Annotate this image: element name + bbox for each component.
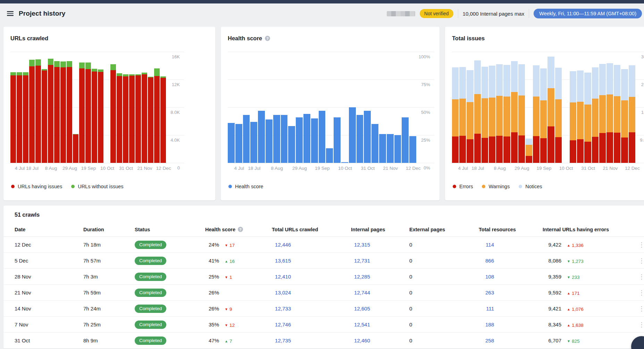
row-actions-kebab-icon[interactable]: ⋮ bbox=[638, 306, 644, 311]
x-axis-tick-label: 12 Dec bbox=[402, 166, 424, 171]
crawl-metric-link[interactable]: 866 bbox=[479, 258, 494, 264]
bar bbox=[357, 115, 363, 163]
crawl-metric-link[interactable]: 188 bbox=[479, 322, 494, 327]
crawl-metric-link[interactable]: 12,315 bbox=[351, 242, 370, 248]
crawl-metric-link[interactable]: 258 bbox=[479, 338, 494, 343]
total-resources-cell: 188 bbox=[479, 322, 543, 327]
row-actions-kebab-icon[interactable]: ⋮ bbox=[638, 274, 644, 279]
column-header-label: Health score bbox=[205, 227, 235, 232]
crawl-metric-link[interactable]: 12,731 bbox=[351, 258, 370, 264]
crawl-status: Completed bbox=[135, 289, 205, 297]
crawl-metric-link[interactable]: 12,744 bbox=[351, 290, 370, 296]
row-actions-kebab-icon[interactable]: ⋮ bbox=[638, 290, 644, 295]
bar bbox=[334, 117, 341, 163]
errors-count-value: 9,421 bbox=[543, 306, 561, 311]
change-indicator: ▲171 bbox=[567, 291, 579, 296]
health-score-legend: Health score bbox=[228, 184, 263, 189]
health-score-title: Health score bbox=[228, 35, 262, 42]
bar bbox=[387, 134, 394, 163]
row-actions-kebab-icon[interactable]: ⋮ bbox=[638, 322, 644, 327]
crawl-status: Completed bbox=[135, 336, 205, 345]
bar bbox=[607, 63, 613, 163]
crawl-metric-link[interactable]: 114 bbox=[479, 242, 494, 248]
bar bbox=[614, 65, 620, 163]
column-header-label: External pages bbox=[409, 227, 445, 232]
crawl-status: Completed bbox=[135, 321, 205, 329]
urls-errors-cell: 9,422▲1,336 bbox=[543, 242, 628, 248]
legend-item: Health score bbox=[228, 184, 263, 189]
crawl-date: 28 Nov bbox=[15, 274, 83, 280]
internal-pages-cell: 12,731 bbox=[351, 258, 409, 264]
crawl-metric-link[interactable]: 12,605 bbox=[351, 306, 370, 311]
hamburger-menu-icon[interactable] bbox=[7, 11, 14, 16]
bar bbox=[592, 67, 599, 163]
external-pages-cell: 0 bbox=[409, 274, 479, 280]
column-header-label: Duration bbox=[83, 227, 104, 232]
crawl-metric-link[interactable]: 12,735 bbox=[272, 338, 291, 343]
bar bbox=[540, 68, 547, 163]
bar bbox=[394, 135, 401, 163]
crawl-metric-link[interactable]: 108 bbox=[479, 274, 494, 280]
crawl-schedule-button[interactable]: Weekly, Fri, 11:00—11:59 AM (GMT+08:00) bbox=[534, 9, 642, 18]
legend-item: Errors bbox=[453, 184, 473, 189]
health-score-chart: 100%75%50%25%0%4 Jul18 Jul8 Aug29 Aug19 … bbox=[228, 52, 433, 163]
x-axis-tick-label: 8 Aug bbox=[489, 166, 511, 171]
status-badge: Completed bbox=[135, 273, 166, 281]
triangle-down-icon: ▼ bbox=[225, 307, 228, 311]
legend-item: URLs having issues bbox=[11, 184, 62, 189]
change-indicator: ▼1 bbox=[225, 275, 232, 280]
help-icon[interactable]: ? bbox=[238, 227, 243, 232]
crawl-metric-link[interactable]: 13,615 bbox=[272, 258, 291, 264]
crawl-status: Completed bbox=[135, 257, 205, 265]
crawl-metric-link[interactable]: 12,460 bbox=[351, 338, 370, 343]
legend-item: URLs without issues bbox=[71, 184, 123, 189]
internal-pages-cell: 12,460 bbox=[351, 338, 409, 343]
crawl-metric-link[interactable]: 263 bbox=[479, 290, 494, 296]
change-indicator: ▲1,638 bbox=[567, 323, 584, 328]
column-header-duration: Duration bbox=[83, 227, 135, 232]
change-indicator: ▲1,336 bbox=[567, 243, 584, 248]
y-axis-tick-label: 75% bbox=[407, 82, 430, 87]
urls-errors-cell: 9,592▲171 bbox=[543, 290, 628, 296]
row-actions-kebab-icon[interactable]: ⋮ bbox=[638, 258, 644, 263]
crawl-metric-link[interactable]: 12,733 bbox=[272, 306, 291, 311]
health-score-legend-dot bbox=[228, 185, 232, 188]
health-score-value: 35% bbox=[205, 322, 219, 327]
x-axis-tick-label: 18 Jul bbox=[467, 166, 488, 171]
total-urls-cell: 12,735 bbox=[272, 338, 351, 343]
crawl-metric-link[interactable]: 12,541 bbox=[351, 322, 370, 327]
crawl-metric-link[interactable]: 12,746 bbox=[272, 322, 291, 327]
total-resources-cell: 866 bbox=[479, 258, 543, 264]
help-icon[interactable]: ? bbox=[265, 36, 270, 41]
crawl-metric-link[interactable]: 12,285 bbox=[351, 274, 370, 280]
bar bbox=[154, 68, 160, 163]
gridline bbox=[10, 163, 184, 163]
column-header-label: Internal pages bbox=[351, 227, 385, 232]
row-actions-kebab-icon[interactable]: ⋮ bbox=[638, 242, 644, 247]
crawl-duration: 7h 59m bbox=[83, 290, 135, 296]
change-indicator: ▼825 bbox=[567, 339, 579, 344]
external-pages-cell: 0 bbox=[409, 306, 479, 311]
triangle-down-icon: ▼ bbox=[567, 339, 570, 343]
charts-row: URLs crawled 16K12K8.0K4.0K04 Jul18 Jul8… bbox=[3, 27, 641, 200]
top-navy-bar bbox=[0, 0, 644, 3]
x-axis-tick-label: 10 Oct bbox=[97, 166, 118, 171]
crawl-metric-link[interactable]: 12,446 bbox=[272, 242, 291, 248]
crawl-metric-link[interactable]: 13,024 bbox=[272, 290, 291, 296]
bar bbox=[364, 111, 371, 163]
warnings-legend-dot bbox=[482, 185, 485, 188]
crawl-duration: 8h 9m bbox=[83, 338, 135, 343]
bar bbox=[459, 67, 466, 163]
bar bbox=[555, 68, 562, 163]
crawl-metric-link[interactable]: 12,410 bbox=[272, 274, 291, 280]
internal-pages-cell: 12,541 bbox=[351, 322, 409, 327]
crawl-duration: 7h 3m bbox=[83, 274, 135, 280]
crawl-metric-link[interactable]: 111 bbox=[479, 306, 494, 311]
errors-count-value: 9,422 bbox=[543, 242, 561, 248]
bar bbox=[85, 63, 91, 163]
bar bbox=[54, 61, 60, 163]
table-body: 12 Dec7h 18mCompleted24%▼1712,44612,3150… bbox=[3, 237, 644, 349]
crawl-duration: 7h 57m bbox=[83, 258, 135, 264]
bar bbox=[379, 134, 386, 163]
health-score-cell: 41%▲16 bbox=[205, 258, 272, 264]
